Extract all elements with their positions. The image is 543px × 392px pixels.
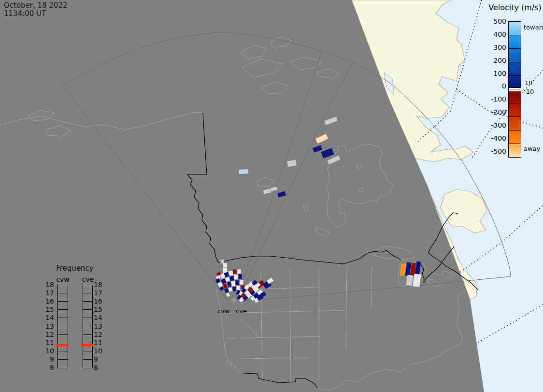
frequency-bar-segment (58, 318, 68, 326)
velocity-threshold-band (509, 88, 521, 91)
velocity-colorbar (508, 21, 521, 158)
radar-cell (229, 276, 234, 281)
frequency-bar-cve (83, 285, 93, 368)
frequency-bar-segment (58, 302, 68, 310)
frequency-bar-segment (83, 293, 92, 302)
radar-site-marker (231, 298, 236, 303)
frequency-bar-segment (83, 360, 92, 368)
radar-cell (235, 280, 239, 285)
frequency-bar-segment (58, 293, 68, 302)
frequency-bar-segment (83, 326, 92, 334)
frequency-tick-label: 10 (42, 347, 54, 355)
radar-cell (238, 274, 242, 279)
radar-cell (232, 287, 236, 291)
frequency-tick-label: 11 (42, 339, 54, 347)
frequency-tick-label: 13 (42, 322, 54, 330)
frequency-bar-segment (83, 310, 92, 318)
frequency-tick-label: 14 (42, 314, 54, 321)
velocity-legend-title: Velocity (m/s) (487, 3, 543, 12)
frequency-tick-label: 9 (94, 355, 106, 363)
velocity-tick-label: -500 (486, 147, 506, 155)
frequency-bar-segment (58, 326, 68, 334)
velocity-colorbar-segment (509, 91, 521, 103)
toward-label: toward (524, 24, 543, 31)
superdarn-velocity-map: October, 18 2022 1134:00 UT Velocity (m/… (0, 0, 543, 392)
velocity-tick-label: -100 (486, 95, 506, 103)
velocity-colorbar-segment (509, 131, 521, 144)
frequency-tick-label: 8 (94, 363, 106, 371)
velocity-tick-label: -400 (486, 134, 506, 142)
velocity-colorbar-segment (509, 35, 521, 49)
velocity-tick-label: 100 (486, 70, 506, 77)
frequency-tick-label: 12 (94, 331, 106, 338)
frequency-tick-label: 16 (42, 297, 54, 305)
velocity-tick-label: 0 (486, 82, 506, 90)
site-label-cvw: cvw (217, 307, 229, 315)
radar-cell (231, 281, 235, 286)
frequency-tick-label: 17 (94, 289, 106, 297)
radar-cell (233, 269, 237, 274)
frequency-bar-segment (83, 285, 92, 293)
site-label-cve: cve (236, 307, 247, 315)
radar-cell (229, 270, 233, 276)
frequency-bar-segment (58, 351, 68, 360)
frequency-bar-segment (83, 302, 92, 310)
frequency-tick-label: 11 (94, 339, 106, 347)
velocity-tick-label: 400 (486, 30, 506, 38)
frequency-marker-cvw (56, 344, 69, 347)
radar-cell (221, 260, 224, 263)
away-label: away (524, 145, 540, 152)
radar-cell (239, 169, 248, 174)
time-label: 1134:00 UT (4, 9, 46, 18)
radar-cell (237, 286, 240, 290)
velocity-colorbar-segment (509, 22, 521, 35)
frequency-tick-label: 15 (94, 305, 106, 313)
threshold-upper-label: 10 (525, 79, 533, 87)
velocity-colorbar-segment (509, 62, 521, 76)
velocity-colorbar-segment (509, 49, 521, 62)
frequency-bar-segment (83, 335, 92, 343)
frequency-tick-label: 9 (42, 355, 54, 363)
frequency-tick-label: 18 (94, 281, 106, 289)
threshold-lower-label: -10 (524, 88, 534, 95)
frequency-marker-cve (81, 344, 93, 347)
radar-cell (237, 269, 241, 274)
frequency-tick-label: 17 (42, 289, 54, 297)
frequency-bar-segment (58, 335, 68, 343)
frequency-legend-title: Frequency (48, 264, 101, 273)
frequency-tick-label: 18 (42, 281, 54, 289)
frequency-tick-label: 13 (94, 322, 106, 330)
frequency-tick-label: 16 (94, 297, 106, 305)
velocity-tick-label: -300 (486, 121, 506, 129)
frequency-bar-segment (83, 318, 92, 326)
velocity-colorbar-segment (509, 103, 521, 117)
frequency-tick-label: 10 (94, 347, 106, 355)
velocity-tick-label: 300 (486, 44, 506, 51)
velocity-colorbar-segment (509, 76, 521, 88)
frequency-bar-segment (83, 351, 92, 360)
velocity-tick-label: 200 (486, 57, 506, 64)
frequency-tick-label: 14 (94, 314, 106, 321)
velocity-colorbar-segment (509, 144, 521, 157)
radar-cell (223, 263, 228, 268)
map-canvas (0, 0, 543, 392)
freq-col-label-cvw: cvw (56, 276, 70, 283)
frequency-tick-label: 8 (42, 363, 54, 371)
frequency-bar-cvw (57, 285, 68, 368)
frequency-tick-label: 12 (42, 331, 54, 338)
date-label: October, 18 2022 (4, 1, 68, 10)
velocity-tick-label: -200 (486, 108, 506, 116)
freq-col-label-cve: cve (81, 276, 95, 283)
radar-cell (240, 280, 243, 285)
radar-cell (234, 275, 238, 280)
frequency-bar-segment (58, 310, 68, 318)
velocity-colorbar-segment (509, 117, 521, 131)
frequency-tick-label: 15 (42, 305, 54, 313)
frequency-bar-segment (58, 285, 68, 293)
frequency-bar-segment (58, 360, 68, 368)
timestamp-block: October, 18 2022 1134:00 UT (4, 1, 68, 18)
velocity-tick-label: 500 (486, 17, 506, 25)
